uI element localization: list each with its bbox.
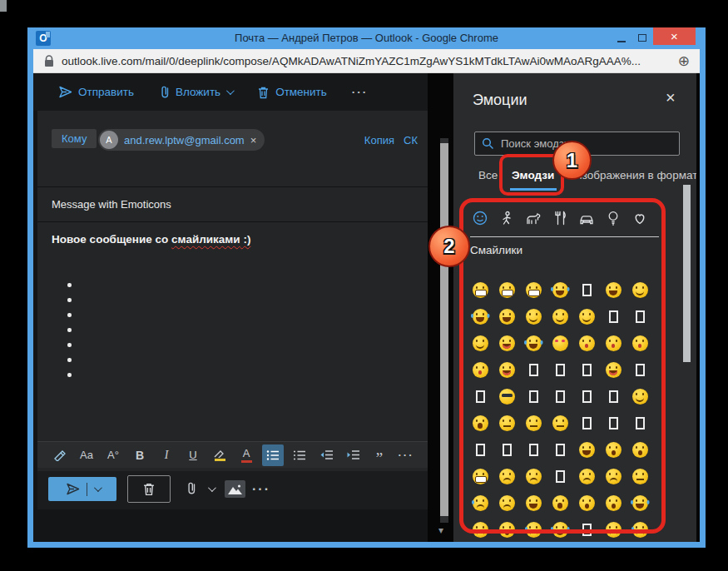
highlight-color-bar — [215, 459, 225, 461]
recipient-email: and.rew.lptw@gmail.com — [124, 134, 245, 146]
attach-options-chevron-icon[interactable] — [208, 484, 216, 492]
increase-indent-icon — [346, 449, 360, 460]
send-row: ··· — [37, 471, 428, 509]
attach-file-button[interactable] — [186, 481, 196, 495]
font-button[interactable]: Aa — [76, 444, 97, 466]
body-smiley-text: :) — [240, 233, 251, 246]
quote-button[interactable]: ” — [369, 444, 390, 466]
attach-command[interactable]: Вложить — [159, 85, 232, 99]
font-color-glyph: A — [243, 447, 250, 459]
italic-button[interactable]: I — [156, 444, 177, 466]
bookmark-target-icon[interactable]: ⊕ — [678, 52, 690, 70]
scroll-down-arrow-left[interactable]: ▾ — [438, 524, 443, 536]
font-color-bar — [241, 460, 252, 463]
send-icon — [58, 86, 72, 98]
increase-indent-button[interactable] — [342, 444, 364, 466]
compose-scrollbar-thumb[interactable] — [440, 143, 448, 516]
discard-command-label: Отменить — [275, 86, 327, 98]
tab-gif-images[interactable]: Изображения в формате — [574, 169, 696, 181]
browser-address-bar[interactable]: outlook.live.com/mail/0/deeplink/compose… — [33, 49, 700, 73]
font-size-button[interactable]: A° — [102, 444, 124, 466]
search-icon — [482, 137, 494, 150]
callout-step-1-badge: 1 — [552, 141, 592, 180]
window-title: Почта — Андрей Петров — Outlook - Google… — [27, 32, 706, 44]
cc-link[interactable]: Копия — [364, 134, 394, 146]
recipient-avatar: A — [100, 131, 118, 149]
minimize-button[interactable] — [612, 30, 631, 46]
page-content: Отправить Вложить Отменить ··· Кому — [33, 73, 700, 542]
callout-highlight-emoji-grid — [459, 198, 666, 534]
recipient-chip[interactable]: A and.rew.lptw@gmail.com × — [98, 129, 265, 151]
trash-icon — [257, 86, 270, 99]
message-body-line[interactable]: Новое сообщение со смайликами :) — [52, 233, 250, 246]
bullet-list-button[interactable] — [262, 444, 284, 466]
maximize-icon — [638, 34, 646, 42]
discard-button[interactable] — [127, 475, 171, 503]
paperclip-icon — [159, 85, 170, 99]
url-text[interactable]: outlook.live.com/mail/0/deeplink/compose… — [62, 55, 641, 67]
formatting-toolbar: Aa A° B I U A — [37, 441, 428, 468]
send-button[interactable] — [48, 477, 116, 501]
close-window-button[interactable]: × — [653, 27, 696, 45]
highlighter-icon — [214, 449, 225, 458]
compose-card: Кому A and.rew.lptw@gmail.com × Копия СК… — [37, 111, 428, 509]
more-formatting-button[interactable]: ··· — [395, 444, 417, 466]
discard-command[interactable]: Отменить — [257, 86, 327, 99]
minimize-icon — [617, 41, 626, 42]
trash-icon — [142, 482, 156, 496]
panel-title: Эмоции — [473, 92, 527, 109]
underline-button[interactable]: U — [182, 444, 204, 466]
highlight-button[interactable] — [209, 444, 230, 466]
background-window-sliver — [0, 0, 7, 12]
format-painter-button[interactable] — [49, 444, 71, 466]
misspelled-word: смайликами — [171, 233, 240, 246]
tab-all[interactable]: Все — [478, 169, 498, 181]
body-text: Новое сообщение со — [52, 233, 171, 246]
subject-row[interactable]: Message with Emoticons — [37, 186, 428, 222]
remove-recipient-icon[interactable]: × — [250, 134, 257, 146]
send-command[interactable]: Отправить — [58, 86, 134, 98]
compose-column: Отправить Вложить Отменить ··· Кому — [33, 73, 428, 542]
attach-command-label: Вложить — [176, 86, 220, 98]
more-commands-button[interactable]: ··· — [352, 86, 369, 98]
recipients-row: Кому A and.rew.lptw@gmail.com × Копия СК — [37, 123, 428, 161]
more-insert-options-button[interactable]: ··· — [252, 482, 270, 497]
send-icon — [66, 483, 80, 495]
image-icon — [227, 484, 243, 495]
send-command-label: Отправить — [78, 86, 134, 98]
maximize-button[interactable] — [632, 30, 652, 46]
browser-window: O Почта — Андрей Петров — Outlook - Goog… — [27, 27, 706, 548]
bold-button[interactable]: B — [129, 444, 151, 466]
callout-step-2-badge: 2 — [428, 226, 470, 267]
bcc-link[interactable]: СК — [404, 134, 418, 146]
numbered-list-button[interactable] — [289, 444, 310, 466]
panel-close-icon[interactable]: × — [666, 88, 676, 107]
numbered-list-icon — [293, 449, 306, 461]
decrease-indent-button[interactable] — [315, 444, 337, 466]
bullet-list-icon — [266, 449, 280, 461]
paperclip-icon — [186, 481, 196, 495]
chevron-down-icon[interactable] — [226, 87, 235, 95]
window-titlebar: O Почта — Андрей Петров — Outlook - Goog… — [27, 27, 706, 49]
font-color-button[interactable]: A — [235, 444, 257, 466]
insert-image-button[interactable] — [225, 480, 245, 498]
compose-command-bar: Отправить Вложить Отменить ··· — [33, 73, 428, 111]
to-button[interactable]: Кому — [52, 129, 97, 148]
send-options-chevron-icon[interactable] — [93, 484, 102, 492]
send-split-divider — [87, 483, 87, 496]
format-painter-icon — [53, 449, 67, 461]
subject-text: Message with Emoticons — [52, 198, 171, 211]
panel-scrollbar-thumb[interactable] — [683, 185, 691, 362]
decrease-indent-icon — [319, 449, 334, 460]
ssl-lock-icon — [44, 55, 54, 67]
